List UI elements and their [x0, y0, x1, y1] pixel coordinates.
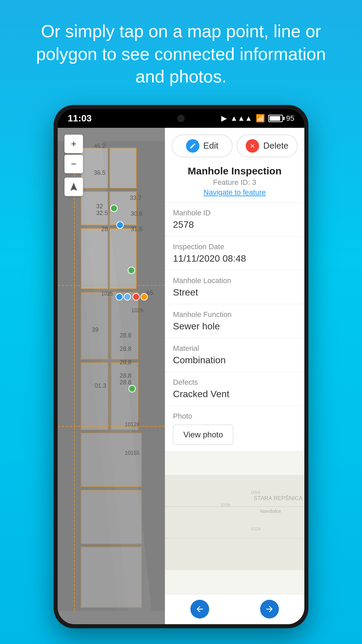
svg-point-41 — [128, 267, 135, 274]
camera-area — [177, 115, 185, 122]
map-area[interactable]: 46.2 36.5 33.7 32 32.5 30.6 28 31.5 65. … — [58, 128, 165, 624]
svg-text:01.3: 01.3 — [95, 382, 106, 389]
svg-point-42 — [133, 293, 139, 300]
svg-rect-13 — [81, 433, 141, 487]
map-extra-area: STARA REPŠNICA Navdolce 1054 1029 1039 — [165, 451, 304, 594]
svg-point-45 — [124, 293, 131, 300]
header-text: Or simply tap on a map point, line or po… — [0, 0, 362, 105]
signal-icon: ▲▲▲ — [230, 114, 252, 123]
manhole-id-label: Manhole ID — [173, 209, 296, 217]
svg-rect-5 — [81, 192, 108, 225]
back-nav-icon — [190, 600, 209, 619]
navigate-arrow-icon — [69, 182, 79, 192]
camera-dot — [177, 115, 185, 122]
svg-text:28: 28 — [101, 226, 108, 232]
delete-icon — [246, 139, 259, 153]
svg-point-39 — [111, 205, 117, 212]
photo-section: Photo View photo — [165, 406, 304, 451]
svg-rect-8 — [110, 228, 136, 289]
svg-rect-15 — [81, 547, 141, 607]
svg-text:30.6: 30.6 — [131, 210, 142, 217]
svg-point-40 — [117, 222, 123, 228]
zoom-out-button[interactable]: − — [64, 155, 83, 173]
svg-text:31.5: 31.5 — [131, 226, 142, 232]
main-content: 46.2 36.5 33.7 32 32.5 30.6 28 31.5 65. … — [58, 128, 304, 624]
delete-button[interactable]: Delete — [237, 135, 298, 157]
navigate-button[interactable] — [64, 177, 83, 196]
forward-nav-button[interactable] — [258, 597, 281, 621]
manhole-id-row: Manhole ID 2578 — [165, 202, 304, 236]
forward-nav-icon — [260, 600, 279, 619]
manhole-function-row: Manhole Function Sewer hole — [165, 304, 304, 338]
phone-device: 11:03 ▶ ▲▲▲ 📶 95 — [54, 105, 308, 628]
svg-text:28.8: 28.8 — [120, 379, 131, 386]
svg-text:STARA REPŠNICA: STARA REPŠNICA — [254, 495, 303, 501]
feature-title: Manhole Inspection — [165, 163, 304, 178]
view-photo-button[interactable]: View photo — [173, 425, 233, 445]
navigate-to-feature-link[interactable]: Navigate to feature — [165, 188, 304, 202]
svg-text:36.5: 36.5 — [94, 169, 106, 176]
bottom-nav — [165, 594, 304, 624]
defects-row: Defects Cracked Vent — [165, 372, 304, 406]
battery-percent: 95 — [286, 114, 294, 123]
manhole-location-row: Manhole Location Street — [165, 270, 304, 304]
manhole-location-label: Manhole Location — [173, 276, 296, 285]
battery-icon — [268, 115, 283, 122]
svg-text:33.7: 33.7 — [130, 195, 141, 201]
svg-point-46 — [129, 385, 135, 392]
map-controls: + − — [64, 135, 83, 196]
status-icons: ▶ ▲▲▲ 📶 95 — [221, 114, 294, 123]
material-row: Material Combination — [165, 338, 304, 372]
svg-text:Navdolce: Navdolce — [260, 508, 281, 514]
defects-value: Cracked Vent — [173, 389, 296, 399]
svg-text:1054: 1054 — [250, 490, 260, 495]
edit-label: Edit — [203, 141, 219, 151]
svg-text:1026: 1026 — [131, 308, 143, 313]
material-value: Combination — [173, 355, 296, 366]
action-buttons-row: Edit Delete — [165, 128, 304, 163]
svg-text:32: 32 — [96, 203, 103, 210]
inspection-date-value: 11/11/2020 08:48 — [173, 253, 296, 264]
svg-text:28.8: 28.8 — [120, 332, 131, 339]
svg-text:1029: 1029 — [250, 526, 260, 531]
svg-text:28.8: 28.8 — [120, 345, 131, 352]
manhole-location-value: Street — [173, 287, 296, 298]
manhole-id-value: 2578 — [173, 219, 296, 230]
photo-label: Photo — [173, 412, 296, 421]
status-bar: 11:03 ▶ ▲▲▲ 📶 95 — [58, 109, 304, 128]
svg-rect-7 — [81, 228, 108, 289]
svg-text:46.2: 46.2 — [94, 143, 106, 149]
delete-label: Delete — [263, 141, 288, 151]
info-panel: Edit Delete Manhole Inspection Feature I… — [165, 128, 304, 624]
svg-text:10128: 10128 — [125, 422, 140, 427]
inspection-date-label: Inspection Date — [173, 243, 296, 251]
svg-rect-14 — [81, 490, 141, 544]
zoom-in-button[interactable]: + — [64, 135, 83, 153]
edit-icon — [186, 139, 199, 153]
edit-button[interactable]: Edit — [172, 135, 233, 157]
header-section: Or simply tap on a map point, line or po… — [0, 0, 362, 105]
defects-label: Defects — [173, 378, 296, 387]
back-nav-button[interactable] — [188, 597, 212, 621]
svg-text:10155: 10155 — [125, 450, 140, 456]
svg-point-44 — [116, 293, 123, 300]
svg-rect-3 — [81, 148, 108, 188]
svg-text:1025: 1025 — [101, 291, 113, 297]
material-label: Material — [173, 344, 296, 353]
inspection-date-row: Inspection Date 11/11/2020 08:48 — [165, 236, 304, 270]
location-icon: ▶ — [221, 114, 227, 123]
svg-text:28.8: 28.8 — [120, 359, 131, 366]
feature-id: Feature ID: 3 — [165, 178, 304, 188]
svg-rect-47 — [165, 475, 304, 570]
svg-text:28.8: 28.8 — [120, 372, 131, 379]
svg-text:65.: 65. — [146, 289, 155, 296]
manhole-function-value: Sewer hole — [173, 321, 296, 332]
map-extra-svg: STARA REPŠNICA Navdolce 1054 1029 1039 — [165, 451, 304, 594]
map-svg: 46.2 36.5 33.7 32 32.5 30.6 28 31.5 65. … — [58, 128, 165, 624]
status-time: 11:03 — [68, 113, 92, 124]
svg-rect-4 — [110, 148, 136, 188]
battery-fill — [269, 116, 280, 121]
svg-text:1039: 1039 — [220, 502, 230, 507]
svg-rect-11 — [81, 363, 108, 430]
svg-point-43 — [141, 293, 147, 300]
